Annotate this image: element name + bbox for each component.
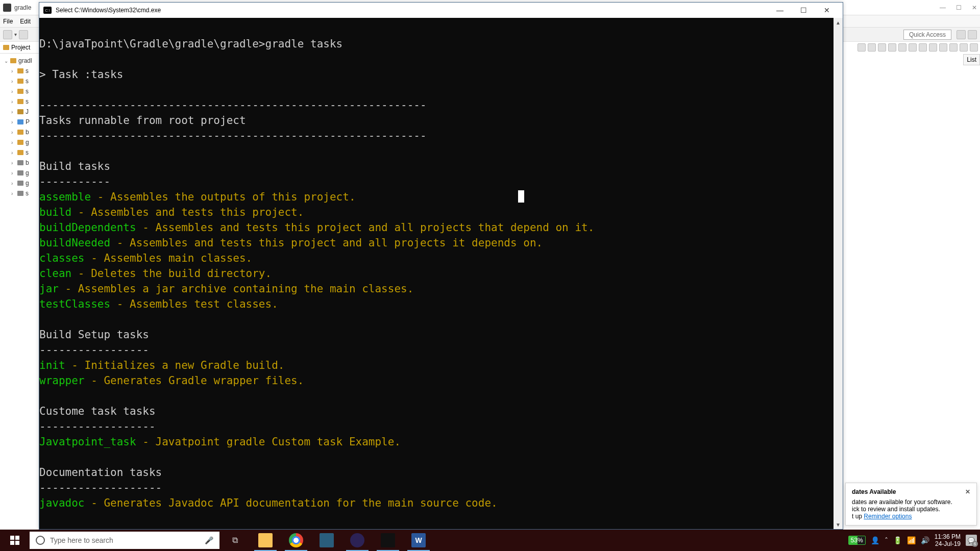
item-icon [17,109,23,114]
cmd-section-header: Documentation tasks [39,465,843,480]
chevron-up-icon[interactable]: ˄ [885,536,888,544]
perspective-btn[interactable] [957,30,966,39]
menu-edit[interactable]: Edit [20,18,31,25]
toolbar-btn[interactable] [857,43,866,52]
clock[interactable]: 11:36 PM 24-Jul-19 [935,533,961,548]
caret-icon[interactable]: ⌄ [4,58,8,64]
tree-item[interactable]: ›s [4,147,39,158]
people-icon[interactable]: 👤 [871,536,879,544]
caret-icon[interactable]: › [11,140,15,145]
notifications-button[interactable]: 💬6 [966,535,977,546]
taskbar-app-mysql[interactable] [311,530,342,551]
caret-icon[interactable]: › [11,181,15,186]
taskbar-app-eclipse[interactable] [342,530,373,551]
dropdown-icon[interactable]: ▾ [14,32,17,37]
task-name: javadoc [39,497,85,509]
taskbar[interactable]: Type here to search 🎤 ⧉ W 53% 👤 ˄ 🔋 📶 🔊 … [0,530,980,551]
tree-item[interactable]: ›b [4,127,39,137]
tree-root[interactable]: ⌄ gradl [4,56,39,66]
item-icon [17,89,23,94]
caret-icon[interactable]: › [11,99,15,105]
cmd-output: ----------------------------------------… [39,128,843,143]
task-desc: - Javatpoint gradle Custom task Example. [136,436,401,448]
caret-icon[interactable]: › [11,79,15,84]
tree-item[interactable]: ›s [4,86,39,96]
reminder-options-link[interactable]: Reminder options [864,513,912,520]
toolbar-btn[interactable] [949,43,958,52]
tree-item[interactable]: ›g [4,137,39,147]
task-list-view[interactable]: List [963,54,980,65]
project-explorer-tab[interactable]: Project [0,42,39,54]
start-button[interactable] [0,530,30,551]
toolbar-btn[interactable] [960,43,968,52]
tree-item[interactable]: ›s [4,96,39,107]
taskbar-search[interactable]: Type here to search 🎤 [30,532,219,549]
updates-popup[interactable]: dates Available ✕ dates are available fo… [845,483,977,525]
battery-icon[interactable]: 🔋 [893,536,902,544]
toolbar-btn[interactable] [919,43,927,52]
caret-icon[interactable]: › [11,109,15,115]
toolbar-btn[interactable] [19,30,28,39]
taskbar-app-cmd[interactable] [373,530,403,551]
volume-icon[interactable]: 🔊 [921,536,929,544]
cmd-terminal[interactable]: D:\javaTpoint\Gradle\gradle\gradle>gradl… [39,18,843,529]
toolbar-btn[interactable] [3,30,12,39]
toolbar-btn[interactable] [888,43,896,52]
caret-icon[interactable]: › [11,150,15,156]
system-tray[interactable]: 53% 👤 ˄ 🔋 📶 🔊 11:36 PM 24-Jul-19 💬6 [848,533,980,548]
taskbar-app-word[interactable]: W [403,530,434,551]
tree-label: s [26,149,29,156]
task-desc: - Initializes a new Gradle build. [65,359,285,371]
toolbar-btn[interactable] [970,43,978,52]
perspective-btn[interactable] [968,30,977,39]
project-explorer[interactable]: Project ⌄ gradl ›s›s›s›s›J›P›b›g›s›b›g›g… [0,42,40,551]
toolbar-btn[interactable] [929,43,937,52]
battery-indicator[interactable]: 53% [848,536,866,545]
caret-icon[interactable]: › [11,68,15,74]
tree-item[interactable]: ›g [4,168,39,178]
close-icon[interactable]: ✕ [972,4,977,11]
caret-icon[interactable]: › [11,170,15,176]
wifi-icon[interactable]: 📶 [907,536,916,544]
task-name: testClasses [39,298,110,310]
toolbar-btn[interactable] [878,43,886,52]
task-desc: - Assembles the outputs of this project. [91,191,355,203]
tree-item[interactable]: ›b [4,158,39,168]
taskbar-app-chrome[interactable] [281,530,311,551]
taskbar-app-explorer[interactable] [250,530,281,551]
cmd-scrollbar[interactable]: ▲ ▼ [834,18,843,529]
minimize-button[interactable]: — [768,3,792,18]
tree-item[interactable]: ›g [4,178,39,188]
toolbar-btn[interactable] [939,43,947,52]
tree-item[interactable]: ›P [4,117,39,127]
caret-icon[interactable]: › [11,191,15,196]
caret-icon[interactable]: › [11,119,15,125]
caret-icon[interactable]: › [11,160,15,166]
tree-item[interactable]: ›s [4,76,39,86]
maximize-icon[interactable]: ☐ [956,4,962,11]
close-icon[interactable]: ✕ [965,488,970,495]
tree-item[interactable]: ›J [4,107,39,117]
minimize-icon[interactable]: — [940,4,946,11]
cmd-task-line: assemble - Assembles the outputs of this… [39,189,843,205]
tree-item[interactable]: ›s [4,188,39,198]
maximize-button[interactable]: ☐ [792,3,815,18]
close-button[interactable]: ✕ [815,3,839,18]
cmd-section-header: Custome task tasks [39,404,843,419]
item-icon [17,160,23,165]
toolbar-btn[interactable] [909,43,917,52]
menu-file[interactable]: File [3,18,13,25]
toolbar-btn[interactable] [868,43,876,52]
scroll-down-icon[interactable]: ▼ [834,520,843,529]
cmd-icon [381,533,395,547]
project-tab-label: Project [11,44,30,51]
tree-item[interactable]: ›s [4,66,39,76]
toolbar-btn[interactable] [898,43,906,52]
quick-access[interactable]: Quick Access [903,30,951,40]
caret-icon[interactable]: › [11,89,15,94]
cmd-titlebar[interactable]: C:\ Select C:\Windows\System32\cmd.exe —… [39,3,843,18]
task-view-button[interactable]: ⧉ [219,530,250,551]
caret-icon[interactable]: › [11,130,15,135]
scroll-up-icon[interactable]: ▲ [834,18,843,27]
mic-icon[interactable]: 🎤 [205,536,213,544]
